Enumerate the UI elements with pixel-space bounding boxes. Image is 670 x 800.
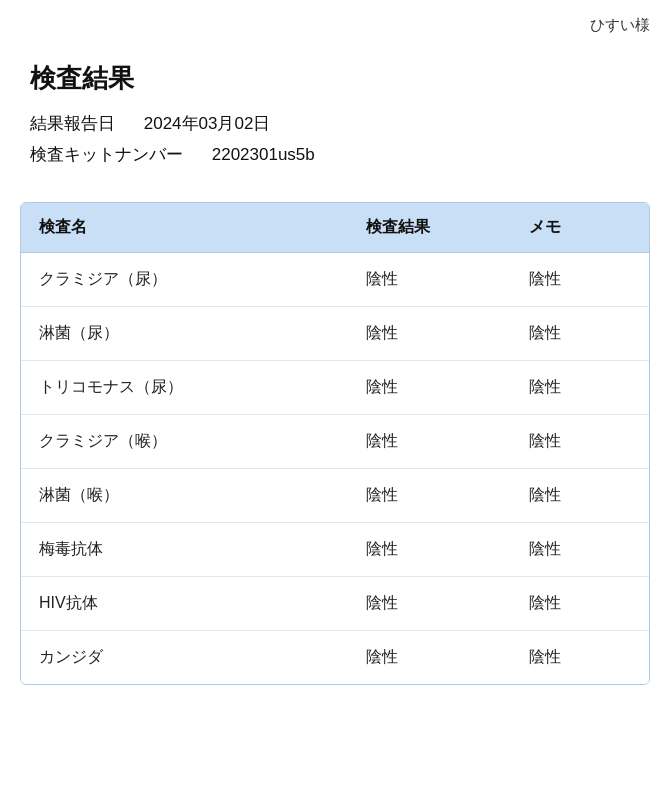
table-row: 淋菌（尿）陰性陰性 — [21, 307, 649, 361]
cell-test-name: 淋菌（尿） — [21, 307, 348, 361]
cell-test-name: トリコモナス（尿） — [21, 361, 348, 415]
table-row: 淋菌（喉）陰性陰性 — [21, 469, 649, 523]
meta-section: 結果報告日 2024年03月02日 検査キットナンバー 2202301us5b — [0, 112, 670, 192]
table-body: クラミジア（尿）陰性陰性淋菌（尿）陰性陰性トリコモナス（尿）陰性陰性クラミジア（… — [21, 253, 649, 685]
cell-test-result: 陰性 — [348, 307, 511, 361]
results-table: 検査名 検査結果 メモ クラミジア（尿）陰性陰性淋菌（尿）陰性陰性トリコモナス（… — [21, 203, 649, 684]
cell-test-memo: 陰性 — [511, 307, 649, 361]
cell-test-name: クラミジア（尿） — [21, 253, 348, 307]
cell-test-memo: 陰性 — [511, 415, 649, 469]
cell-test-result: 陰性 — [348, 253, 511, 307]
table-row: カンジダ陰性陰性 — [21, 631, 649, 685]
cell-test-result: 陰性 — [348, 469, 511, 523]
cell-test-result: 陰性 — [348, 631, 511, 685]
cell-test-name: クラミジア（喉） — [21, 415, 348, 469]
cell-test-memo: 陰性 — [511, 523, 649, 577]
cell-test-result: 陰性 — [348, 415, 511, 469]
cell-test-result: 陰性 — [348, 523, 511, 577]
cell-test-result: 陰性 — [348, 577, 511, 631]
page-title: 検査結果 — [0, 43, 670, 112]
cell-test-name: 淋菌（喉） — [21, 469, 348, 523]
table-header: 検査名 検査結果 メモ — [21, 203, 649, 253]
kit-number-row: 検査キットナンバー 2202301us5b — [30, 143, 640, 166]
cell-test-memo: 陰性 — [511, 631, 649, 685]
report-date-label: 結果報告日 — [30, 112, 115, 135]
cell-test-name: HIV抗体 — [21, 577, 348, 631]
table-row: トリコモナス（尿）陰性陰性 — [21, 361, 649, 415]
kit-number-value: 2202301us5b — [212, 145, 315, 165]
user-label: ひすい様 — [0, 0, 670, 43]
table-row: HIV抗体陰性陰性 — [21, 577, 649, 631]
cell-test-memo: 陰性 — [511, 253, 649, 307]
table-row: 梅毒抗体陰性陰性 — [21, 523, 649, 577]
report-date-row: 結果報告日 2024年03月02日 — [30, 112, 640, 135]
cell-test-memo: 陰性 — [511, 361, 649, 415]
col-header-result: 検査結果 — [348, 203, 511, 253]
table-row: クラミジア（喉）陰性陰性 — [21, 415, 649, 469]
cell-test-memo: 陰性 — [511, 469, 649, 523]
report-date-value: 2024年03月02日 — [144, 112, 271, 135]
cell-test-memo: 陰性 — [511, 577, 649, 631]
kit-number-label: 検査キットナンバー — [30, 143, 183, 166]
results-table-container: 検査名 検査結果 メモ クラミジア（尿）陰性陰性淋菌（尿）陰性陰性トリコモナス（… — [20, 202, 650, 685]
table-row: クラミジア（尿）陰性陰性 — [21, 253, 649, 307]
col-header-name: 検査名 — [21, 203, 348, 253]
cell-test-result: 陰性 — [348, 361, 511, 415]
col-header-memo: メモ — [511, 203, 649, 253]
cell-test-name: カンジダ — [21, 631, 348, 685]
table-header-row: 検査名 検査結果 メモ — [21, 203, 649, 253]
cell-test-name: 梅毒抗体 — [21, 523, 348, 577]
